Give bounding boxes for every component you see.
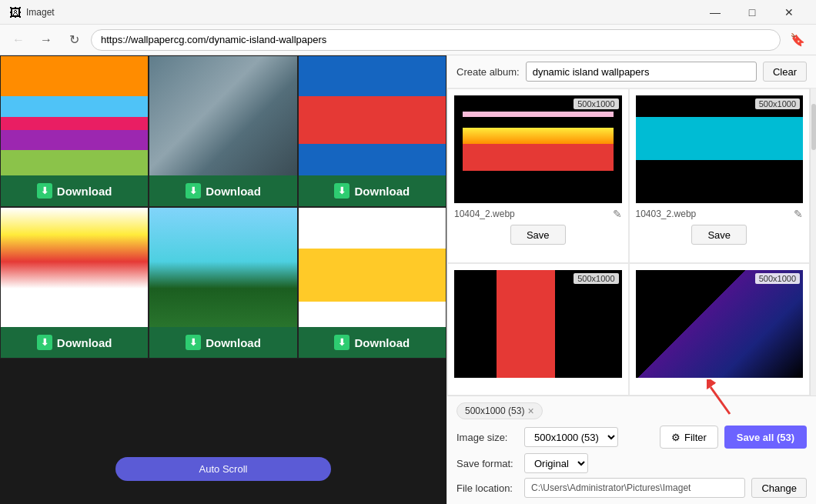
preview-filename: 10404_2.webp ✎ [454,208,622,220]
list-item[interactable]: ⬇ Download bert muppet, dy... [0,55,149,207]
tag-close-button[interactable]: × [527,405,533,417]
image-grid: ⬇ Download bert muppet, dy... ⬇ Download… [0,55,446,359]
image-size-select[interactable]: 500x1000 (53) [524,427,618,447]
address-bar[interactable] [91,29,781,51]
filter-button[interactable]: ⚙ Filter [660,426,718,449]
album-header: Create album: Clear [447,55,816,88]
list-item[interactable]: ⬇ Download shin-chan, dyna... [0,207,149,359]
preview-image: 500x1000 [454,270,622,378]
thumbnail [1,208,148,342]
bookmark-button[interactable]: 🔖 [787,29,808,51]
preview-cell: 500x1000 [447,263,629,396]
forward-button[interactable]: → [35,29,57,51]
list-item[interactable]: ⬇ Download dynamic island, ... [298,55,446,207]
auto-scroll-button[interactable]: Auto Scroll [115,457,331,481]
thumbnail [299,56,446,191]
download-icon: ⬇ [37,335,52,350]
scrollbar-thumb [811,104,816,150]
download-icon: ⬇ [186,335,201,350]
preview-filename: 10403_2.webp ✎ [636,208,804,220]
webpage-panel: ⬇ Download bert muppet, dy... ⬇ Download… [0,55,446,504]
right-panel: Create album: Clear 500x1000 10404_2.web… [446,55,816,504]
thumbnail [149,56,296,191]
bottom-panel: 500x1000 (53) × Image size: 500x1000 (53… [447,396,816,504]
save-all-button[interactable]: Save all (53) [724,426,807,449]
browser-bar: ← → ↻ 🔖 [0,25,816,55]
preview-cell: 500x1000 10404_2.webp ✎ Save [447,88,629,263]
create-album-label: Create album: [456,66,520,78]
list-item[interactable]: ⬇ Download dynamic island [149,207,297,359]
title-bar: 🖼 Imaget — □ ✕ [0,0,816,25]
download-button[interactable]: ⬇ Download [1,327,148,358]
main-layout: ⬇ Download bert muppet, dy... ⬇ Download… [0,55,816,504]
edit-icon[interactable]: ✎ [794,208,803,220]
download-icon: ⬇ [37,183,52,199]
size-badge: 500x1000 [574,98,618,109]
save-button[interactable]: Save [510,225,566,245]
file-location-row: File location: Change [456,478,807,498]
save-format-row: Save format: Original [456,453,807,473]
download-button[interactable]: ⬇ Download [149,327,296,358]
preview-image: 500x1000 [454,95,622,203]
list-item[interactable]: ⬇ Download robocop, dynam... [149,55,297,207]
image-size-row: Image size: 500x1000 (53) ⚙ Filter Save … [456,426,807,449]
download-button[interactable]: ⬇ Download [1,175,148,206]
image-size-label: Image size: [456,432,518,443]
refresh-button[interactable]: ↻ [63,29,85,51]
filter-icon: ⚙ [671,432,681,443]
preview-scroll-area: 500x1000 10404_2.webp ✎ Save 500x1000 10… [447,88,816,396]
file-location-label: File location: [456,482,518,494]
app-title: Imaget [26,7,697,18]
download-button[interactable]: ⬇ Download [299,175,446,206]
minimize-button[interactable]: — [697,0,733,25]
thumbnail [149,208,296,342]
thumbnail [299,208,446,342]
preview-cell: 500x1000 [629,263,811,396]
right-scrollbar[interactable] [810,88,816,396]
maximize-button[interactable]: □ [734,0,770,25]
app-icon: 🖼 [9,6,22,18]
preview-cell: 500x1000 10403_2.webp ✎ Save [629,88,811,263]
preview-image: 500x1000 [636,95,804,203]
window-controls: — □ ✕ [697,0,807,25]
download-icon: ⬇ [334,183,349,199]
list-item[interactable]: ⬇ Download minic... [298,207,446,359]
size-badge: 500x1000 [755,98,800,109]
album-input[interactable] [526,62,757,82]
format-select[interactable]: Original [524,453,588,473]
size-badge: 500x1000 [574,273,618,284]
download-button[interactable]: ⬇ Download [149,175,296,206]
size-badge: 500x1000 [755,273,800,284]
clear-button[interactable]: Clear [763,62,807,82]
save-format-label: Save format: [456,458,518,469]
file-location-input[interactable] [524,478,745,498]
filter-tag: 500x1000 (53) × [456,402,543,419]
download-icon: ⬇ [186,183,201,199]
tag-row: 500x1000 (53) × [456,402,807,419]
download-button[interactable]: ⬇ Download [299,327,446,358]
edit-icon[interactable]: ✎ [613,208,622,220]
change-button[interactable]: Change [751,478,807,498]
save-button[interactable]: Save [691,225,747,245]
preview-image: 500x1000 [636,270,804,378]
preview-grid: 500x1000 10404_2.webp ✎ Save 500x1000 10… [447,88,810,396]
close-button[interactable]: ✕ [771,0,807,25]
thumbnail [1,56,148,191]
back-button[interactable]: ← [8,29,29,51]
download-icon: ⬇ [334,335,349,350]
